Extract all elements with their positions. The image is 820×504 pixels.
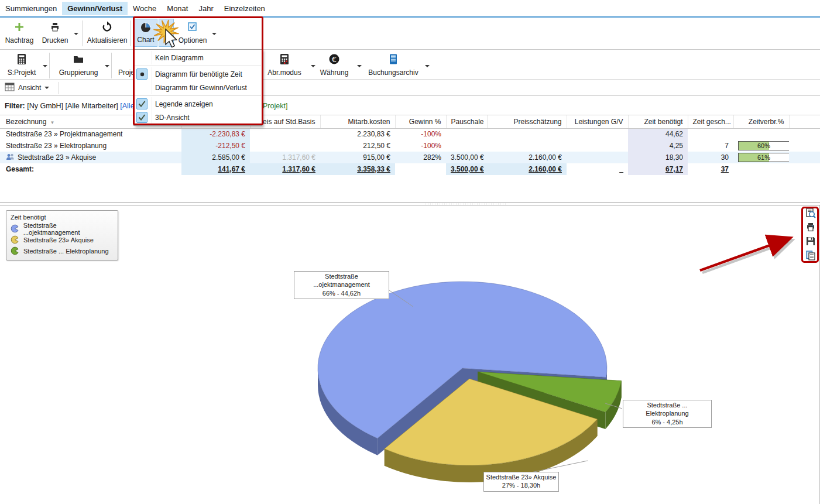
legend-pie-swatch (11, 235, 19, 244)
column-header-preis[interactable]: Preisschätzung (487, 115, 567, 128)
cell-bezeichnung: Stedtstraße 23 » Projektmanagement (0, 128, 181, 140)
menu-tab-summierungen[interactable]: Summierungen (0, 2, 62, 15)
ansicht-button[interactable]: Ansicht (5, 81, 49, 94)
legend-entry: Stedtstraße 23» Akquise (11, 234, 114, 245)
cell-pauschale: 3.500,00 € (446, 163, 487, 175)
table-row[interactable]: Stedtstraße 23 » Projektmanagement-2.230… (0, 128, 820, 140)
aktualisieren-button[interactable]: Aktualisieren (85, 19, 129, 47)
table-row[interactable]: Stedtstraße 23 » Elektroplanung-212,50 €… (0, 140, 820, 152)
waehrung-dropdown-arrow[interactable] (357, 65, 362, 67)
splitter-grip[interactable] (426, 203, 506, 205)
calculator-red-icon (279, 53, 290, 66)
printer-icon (49, 20, 61, 33)
abrmodus-dropdown-arrow[interactable] (311, 65, 315, 67)
table-header-row: Bezeichnung▼G/VKreis auf Std.BasisMitarb… (0, 115, 820, 128)
sprojekt-dropdown-arrow[interactable] (43, 65, 47, 67)
gruppierung-button[interactable]: Gruppierung (55, 51, 102, 79)
cell-zeit_gesch (688, 128, 733, 140)
click-flash-overlay (149, 18, 190, 52)
cell-mitarb: 212,50 € (320, 140, 395, 152)
abrmodus-label: Abr.modus (267, 68, 301, 77)
chart-legend[interactable]: Zeit benötigt Stedtstraße ...ojektmanage… (6, 210, 118, 260)
cell-kreis: 1.317,60 € (250, 152, 320, 163)
cell-mitarb: 915,00 € (320, 152, 395, 163)
buchungsarchiv-button[interactable]: Buchungsarchiv (366, 51, 420, 79)
sort-icon: ▼ (50, 120, 54, 125)
export-toolbar (804, 208, 817, 260)
table-view-icon (5, 83, 15, 93)
toolbar-secondary: S:Projekt Gruppierung Proje Abr.modus € … (0, 49, 820, 78)
filter-projekt-link[interactable]: Projekt] (263, 102, 287, 110)
pie-callout-stedtstra-e-elektroplanung: Stedtstraße ... Elektroplanung6% - 4,25h (623, 400, 712, 428)
column-header-leistungen[interactable]: Leistungen G/V (567, 115, 628, 128)
nachtrag-button[interactable]: Nachtrag (2, 19, 36, 47)
menu-tab-monat[interactable]: Monat (162, 2, 193, 15)
cell-preis: 2.160,00 € (487, 163, 567, 175)
drucken-button[interactable]: Drucken (39, 19, 71, 47)
cell-gewinn: 282% (395, 152, 446, 163)
cell-bezeichnung: Stedtstraße 23 » Akquise (0, 152, 181, 163)
gruppierung-dropdown-arrow[interactable] (105, 65, 109, 67)
cell-mitarb: 3.358,33 € (320, 163, 395, 175)
column-header-pauschale[interactable]: Pauschale (446, 115, 487, 128)
ansicht-label: Ansicht (18, 84, 41, 92)
print-icon[interactable] (805, 222, 816, 232)
cell-gv: -2.230,83 € (181, 128, 250, 140)
legend-entry: Stedtstraße ... Elektroplanung (11, 245, 114, 256)
drucken-dropdown-arrow[interactable] (74, 33, 78, 35)
cell-preis (487, 128, 567, 140)
chart-dropdown-menu: Kein DiagrammDiagramm für benötigte Zeit… (133, 49, 262, 126)
waehrung-button[interactable]: € Währung (318, 51, 350, 79)
menu-item-diagramm-f-r-gewinn-verlust[interactable]: Diagramm für Gewinn/Verlust (134, 81, 262, 94)
cell-gewinn (395, 163, 446, 175)
results-table-panel: Bezeichnung▼G/VKreis auf Std.BasisMitarb… (0, 115, 820, 202)
sprojekt-button[interactable]: S:Projekt (4, 51, 40, 79)
toolbar-view: Ansicht (0, 79, 820, 96)
menu-item-3d-ansicht[interactable]: 3D-Ansicht (134, 111, 262, 124)
refresh-icon (101, 20, 113, 33)
results-table: Bezeichnung▼G/VKreis auf Std.BasisMitarb… (0, 115, 820, 175)
cell-kreis: 1.317,60 € (250, 163, 320, 175)
menu-tab-jahr[interactable]: Jahr (193, 2, 218, 15)
optionen-dropdown-arrow[interactable] (212, 33, 217, 35)
cell-zeitverbr (733, 163, 789, 175)
column-header-zeit_gesch[interactable]: Zeit gesch... (688, 115, 733, 128)
cell-leistungen: _ (567, 163, 628, 175)
table-row-total[interactable]: Gesamt:141,67 €1.317,60 €3.358,33 €3.500… (0, 163, 820, 175)
pie-chart (0, 205, 820, 504)
toolbar-main: Nachtrag Drucken Aktualisieren Chart Opt… (0, 18, 820, 49)
menu-item-kein-diagramm[interactable]: Kein Diagramm (134, 51, 262, 64)
abrmodus-button[interactable]: Abr.modus (265, 51, 304, 79)
toolbar-separator (111, 53, 112, 78)
ansicht-dropdown-arrow[interactable] (44, 87, 49, 89)
menu-separator (135, 66, 261, 66)
column-header-mitarb[interactable]: Mitarb.kosten (320, 115, 395, 128)
menu-tab-woche[interactable]: Woche (128, 2, 162, 15)
save-icon[interactable] (805, 236, 816, 246)
checkmark-icon (136, 112, 147, 123)
print-preview-icon[interactable] (805, 208, 816, 218)
copy-icon[interactable] (805, 250, 816, 260)
legend-entry: Stedtstraße ...ojektmanagement (11, 223, 114, 234)
menu-item-legende-anzeigen[interactable]: Legende anzeigen (134, 97, 262, 111)
column-header-zeit_benoetigt[interactable]: Zeit benötigt (628, 115, 688, 128)
toolbar-separator (49, 53, 50, 78)
menu-separator (135, 95, 261, 96)
projekt-label: Proje (118, 68, 135, 77)
cell-zeit_gesch: 7 (688, 140, 733, 152)
table-row[interactable]: Stedtstraße 23 » Akquise2.585,00 €1.317,… (0, 152, 820, 163)
menu-item-diagramm-f-r-ben-tigte-zeit[interactable]: Diagramm für benötigte Zeit (134, 67, 262, 81)
cell-preis (487, 140, 567, 152)
buchungsarchiv-dropdown-arrow[interactable] (425, 65, 430, 67)
cell-pauschale (446, 140, 487, 152)
column-header-gewinn[interactable]: Gewinn % (395, 115, 446, 128)
filter-scope[interactable]: [Ny GmbH] [Alle Mitarbeiter] (25, 102, 121, 110)
cell-kreis (250, 140, 320, 152)
archive-icon (389, 53, 398, 66)
progress-bar: 61% (738, 153, 789, 162)
toolbar-separator (82, 20, 83, 46)
menu-tab-gewinn-verlust[interactable]: Gewinn/Verlust (62, 2, 128, 15)
sprojekt-label: S:Projekt (8, 68, 36, 77)
column-header-zeitverbr[interactable]: Zeitverbr.% (733, 115, 789, 128)
menu-tab-einzelzeiten[interactable]: Einzelzeiten (219, 2, 270, 15)
